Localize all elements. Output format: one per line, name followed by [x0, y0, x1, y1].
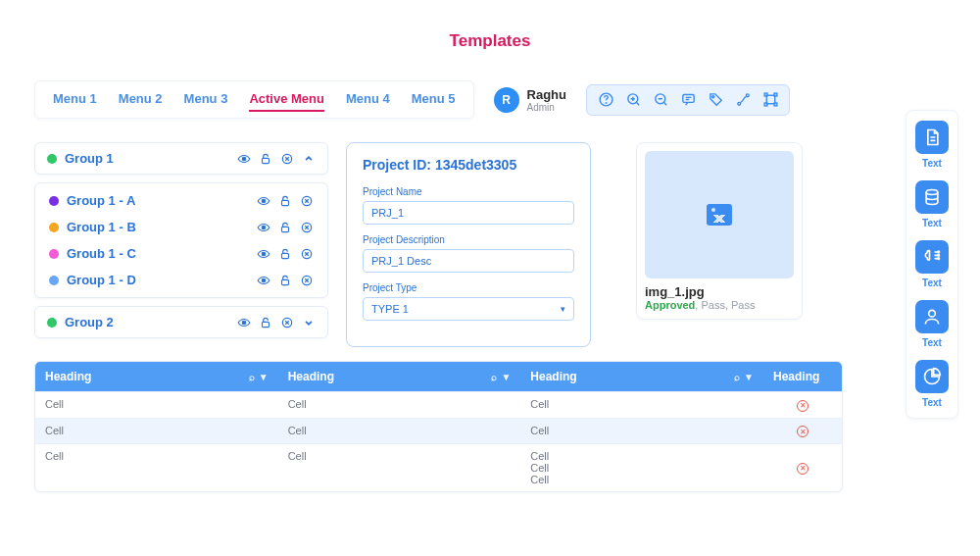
svg-point-19 [262, 226, 266, 229]
visibility-icon[interactable] [257, 247, 270, 261]
comment-icon[interactable] [679, 91, 697, 109]
menu-item-4[interactable]: Menu 4 [346, 91, 390, 108]
search-icon[interactable]: ⌕ [734, 372, 740, 382]
unlock-icon[interactable] [259, 152, 272, 166]
rail-label: Text [922, 218, 942, 228]
svg-point-13 [242, 157, 246, 161]
visibility-icon[interactable] [257, 194, 270, 208]
bounding-box-icon[interactable] [761, 91, 779, 109]
visibility-icon[interactable] [257, 221, 270, 234]
col-header-4: Heading [763, 362, 842, 392]
rail-label: Text [922, 278, 942, 288]
project-desc-input[interactable] [363, 249, 574, 273]
visibility-icon[interactable] [237, 316, 251, 329]
col-header-3[interactable]: Heading⌕▼ [520, 362, 763, 392]
tag-icon[interactable] [707, 91, 724, 109]
svg-rect-17 [282, 200, 289, 205]
table-row: Cell Cell Cell ✕ [35, 418, 842, 444]
svg-point-16 [262, 199, 266, 203]
database-icon [922, 187, 942, 207]
project-name-input[interactable] [363, 201, 574, 225]
rail-item-database[interactable]: Text [915, 180, 949, 228]
svg-point-34 [938, 258, 940, 260]
rail-item-brain[interactable]: Text [915, 240, 949, 288]
group-row-2[interactable]: Group 2 [34, 306, 328, 338]
zoom-out-icon[interactable] [652, 91, 669, 109]
delete-row-icon[interactable]: ✕ [797, 463, 808, 475]
remove-icon[interactable] [300, 247, 314, 261]
cell: Cell Cell Cell [520, 444, 763, 492]
help-icon[interactable] [597, 91, 614, 109]
remove-icon[interactable] [300, 221, 314, 234]
unlock-icon[interactable] [278, 221, 292, 234]
user-role: Admin [527, 102, 566, 113]
remove-icon[interactable] [300, 274, 314, 287]
project-id-title: Project ID: 1345det3305 [363, 157, 574, 173]
col-header-1[interactable]: Heading⌕▼ [35, 362, 278, 392]
svg-point-28 [242, 321, 246, 325]
project-type-select[interactable]: TYPE 1 [363, 297, 574, 321]
rail-item-person[interactable]: Text [915, 300, 949, 348]
menu-item-3[interactable]: Menu 3 [184, 91, 228, 108]
rail-label: Text [922, 337, 942, 348]
remove-icon[interactable] [300, 194, 314, 208]
sub-row-b[interactable]: Group 1 - B [35, 214, 327, 240]
svg-rect-14 [263, 158, 270, 163]
svg-point-33 [938, 255, 940, 257]
sub-row-c[interactable]: Groub 1 - C [35, 240, 327, 267]
unlock-icon[interactable] [278, 274, 292, 287]
svg-rect-9 [764, 93, 767, 96]
image-preview-card: img_1.jpg Approved, Pass, Pass [636, 142, 803, 320]
user-name: Raghu [527, 87, 566, 102]
cell: Cell [35, 444, 278, 492]
svg-point-5 [711, 96, 713, 98]
rail-item-document[interactable]: Text [915, 121, 949, 169]
remove-icon[interactable] [280, 316, 294, 329]
group-row-1[interactable]: Group 1 [34, 142, 328, 175]
svg-rect-4 [682, 95, 693, 103]
cell: Cell [35, 418, 278, 444]
zoom-in-icon[interactable] [624, 91, 642, 109]
image-status: Approved, Pass, Pass [645, 299, 794, 311]
sub-row-d[interactable]: Group 1 - D [35, 267, 327, 293]
menu-item-active[interactable]: Active Menu [249, 91, 324, 112]
search-icon[interactable]: ⌕ [491, 372, 497, 382]
visibility-icon[interactable] [257, 274, 270, 287]
sub-row-a[interactable]: Group 1 - A [35, 187, 327, 214]
sort-icon[interactable]: ▼ [259, 372, 269, 382]
document-icon [922, 127, 942, 147]
search-icon[interactable]: ⌕ [249, 372, 255, 382]
table-row: Cell Cell Cell Cell Cell ✕ [35, 444, 842, 492]
sort-icon[interactable]: ▼ [744, 372, 754, 382]
menu-item-2[interactable]: Menu 2 [119, 91, 163, 108]
sort-icon[interactable]: ▼ [501, 372, 511, 382]
image-filename: img_1.jpg [645, 284, 794, 299]
top-menu: Menu 1 Menu 2 Menu 3 Active Menu Menu 4 … [34, 80, 474, 119]
delete-row-icon[interactable]: ✕ [797, 426, 808, 437]
svg-point-25 [262, 278, 266, 282]
visibility-icon[interactable] [237, 152, 251, 166]
menu-item-1[interactable]: Menu 1 [53, 91, 97, 108]
col-header-2[interactable]: Heading⌕▼ [278, 362, 521, 392]
rail-label: Text [922, 158, 942, 169]
page-title: Templates [0, 31, 980, 51]
menu-item-5[interactable]: Menu 5 [412, 91, 456, 108]
rail-item-pie[interactable]: Text [915, 360, 949, 408]
cell: Cell [520, 418, 763, 444]
remove-icon[interactable] [280, 152, 294, 166]
project-type-label: Project Type [363, 282, 574, 293]
collapse-icon[interactable] [302, 152, 316, 166]
unlock-icon[interactable] [278, 247, 292, 261]
expand-icon[interactable] [302, 316, 316, 329]
user-chip[interactable]: R Raghu Admin [494, 87, 566, 113]
unlock-icon[interactable] [259, 316, 272, 329]
connector-icon[interactable] [734, 91, 752, 109]
svg-point-32 [938, 251, 940, 253]
avatar: R [494, 87, 519, 113]
image-thumbnail[interactable] [645, 151, 794, 278]
svg-rect-11 [764, 103, 767, 106]
table-row: Cell Cell Cell ✕ [35, 392, 842, 419]
group-dot [49, 223, 59, 232]
delete-row-icon[interactable]: ✕ [797, 400, 808, 412]
unlock-icon[interactable] [278, 194, 292, 208]
